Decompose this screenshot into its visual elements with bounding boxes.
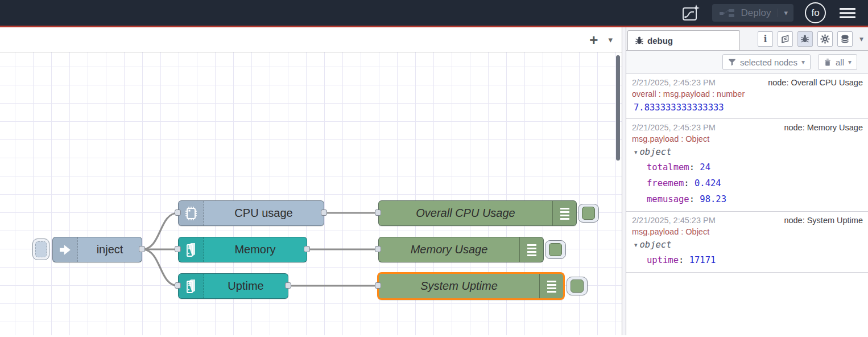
bug-icon	[635, 36, 644, 45]
sidebar-tab-bar: debug i	[626, 27, 868, 51]
sidebar-menu-chevron-icon[interactable]: ▾	[859, 34, 863, 43]
debug-clear-button[interactable]: all ▾	[818, 54, 857, 70]
deploy-options-chevron-icon[interactable]: ▾	[778, 9, 788, 17]
port-cpu-input[interactable]	[175, 209, 181, 216]
workspace-tab-bar: + ▾	[0, 27, 622, 52]
message-source-node: node: Memory Usage	[784, 122, 863, 133]
property-key: memusage	[647, 194, 700, 204]
node-label: Memory Usage	[379, 243, 519, 256]
inject-trigger-button-face	[35, 241, 47, 257]
book-icon	[780, 34, 790, 44]
port-memory-output[interactable]	[304, 246, 310, 252]
object-expander[interactable]: ▾ object	[632, 145, 863, 159]
tab-debug-icon-button[interactable]	[797, 31, 813, 47]
sidebar-splitter[interactable]	[622, 27, 626, 335]
deploy-button-label: Deploy	[741, 7, 771, 19]
object-property: totalmem24	[632, 159, 863, 175]
property-value: 17171	[689, 255, 716, 265]
debug-message[interactable]: 2/21/2025, 2:45:23 PM node: Memory Usage…	[626, 119, 868, 212]
cpu-chip-icon	[179, 201, 204, 225]
flow-assistant-button[interactable]	[680, 3, 701, 23]
bug-icon	[800, 34, 809, 43]
message-property-path: msg.payload : Object	[632, 226, 863, 237]
main-menu-button[interactable]	[837, 3, 858, 23]
server-tower-icon	[179, 274, 204, 298]
message-property-path: overall : msg.payload : number	[632, 88, 863, 100]
canvas-vertical-scrollbar[interactable]	[616, 55, 620, 161]
flow-canvas[interactable]: inject CPU usage	[0, 52, 622, 335]
debug-message[interactable]: 2/21/2025, 2:45:23 PM node: System Uptim…	[626, 212, 868, 273]
deploy-icon	[719, 8, 736, 18]
port-uptime-output[interactable]	[285, 282, 291, 289]
debug-enable-toggle-face	[582, 207, 595, 220]
message-property-path: msg.payload : Object	[632, 133, 863, 145]
debug-toolbar: selected nodes ▾ all ▾	[626, 51, 868, 74]
debug-enable-toggle[interactable]	[567, 277, 588, 295]
debug-message-list[interactable]: 2/21/2025, 2:45:23 PM node: Overall CPU …	[626, 74, 868, 335]
port-inject-output[interactable]	[139, 246, 145, 252]
debug-enable-toggle[interactable]	[578, 204, 599, 223]
app-header: Deploy ▾ fo	[0, 0, 868, 27]
object-expander[interactable]: ▾ object	[632, 237, 863, 252]
user-avatar-initials: fo	[811, 7, 819, 19]
deploy-button[interactable]: Deploy ▾	[712, 4, 793, 22]
port-uptime-input[interactable]	[175, 282, 181, 289]
tab-debug[interactable]: debug	[627, 30, 740, 50]
property-value: 98.23	[700, 194, 726, 204]
message-timestamp: 2/21/2025, 2:45:23 PM	[632, 122, 716, 133]
object-property: freemem0.424	[632, 175, 863, 191]
object-type-label: object	[640, 237, 672, 252]
port-debug-overall-input[interactable]	[375, 209, 381, 216]
node-inject[interactable]: inject	[52, 237, 142, 262]
funnel-icon	[728, 58, 736, 66]
tab-config-button[interactable]	[817, 31, 833, 47]
node-debug-overall-cpu[interactable]: Overall CPU Usage	[378, 200, 577, 226]
add-flow-button[interactable]: +	[589, 32, 598, 47]
flow-list-chevron-icon[interactable]: ▾	[608, 35, 613, 45]
info-icon: i	[763, 34, 767, 44]
node-cpu-usage[interactable]: CPU usage	[178, 200, 324, 226]
port-cpu-output[interactable]	[321, 209, 327, 216]
trash-icon	[824, 58, 832, 67]
collapse-triangle-icon: ▾	[634, 237, 638, 252]
object-property: memusage98.23	[632, 191, 863, 207]
debug-enable-toggle[interactable]	[545, 240, 566, 259]
object-type-label: object	[640, 145, 672, 159]
property-value: 24	[700, 162, 710, 172]
node-debug-uptime[interactable]: System Uptime	[377, 272, 565, 300]
chevron-down-icon: ▾	[848, 58, 852, 66]
message-source-node: node: System Uptime	[784, 215, 863, 226]
property-key: uptime	[647, 255, 689, 265]
node-label: Overall CPU Usage	[379, 207, 552, 220]
chevron-down-icon: ▾	[801, 58, 805, 66]
node-uptime[interactable]: Uptime	[178, 273, 288, 299]
debug-output-icon	[552, 201, 576, 225]
flow-editor-pane: + ▾	[0, 27, 622, 335]
tab-context-button[interactable]	[837, 31, 853, 47]
port-debug-uptime-input[interactable]	[375, 282, 381, 289]
message-source-node: node: Overall CPU Usage	[768, 77, 863, 88]
debug-enable-toggle-face	[571, 280, 584, 293]
node-memory[interactable]: Memory	[178, 237, 307, 262]
hamburger-menu-icon	[839, 7, 856, 19]
server-tower-icon	[179, 237, 204, 262]
port-debug-memory-input[interactable]	[375, 246, 381, 252]
object-property: uptime17171	[632, 252, 863, 268]
debug-filter-button[interactable]: selected nodes ▾	[722, 54, 811, 70]
gear-icon	[820, 34, 830, 44]
tab-info-button[interactable]: i	[758, 31, 773, 47]
collapse-triangle-icon: ▾	[634, 145, 638, 159]
property-value: 0.424	[695, 178, 721, 188]
port-memory-input[interactable]	[175, 246, 181, 252]
node-label: CPU usage	[204, 207, 324, 220]
node-debug-memory[interactable]: Memory Usage	[378, 237, 544, 262]
inject-arrow-icon	[53, 237, 78, 262]
tab-help-button[interactable]	[778, 31, 793, 47]
inject-trigger-button[interactable]	[32, 239, 49, 260]
user-avatar[interactable]: fo	[805, 2, 826, 23]
database-icon	[840, 34, 850, 44]
message-value: 7.833333333333333	[632, 100, 863, 114]
property-key: totalmem	[647, 162, 700, 172]
debug-message[interactable]: 2/21/2025, 2:45:23 PM node: Overall CPU …	[626, 74, 868, 119]
debug-enable-toggle-face	[549, 243, 562, 256]
